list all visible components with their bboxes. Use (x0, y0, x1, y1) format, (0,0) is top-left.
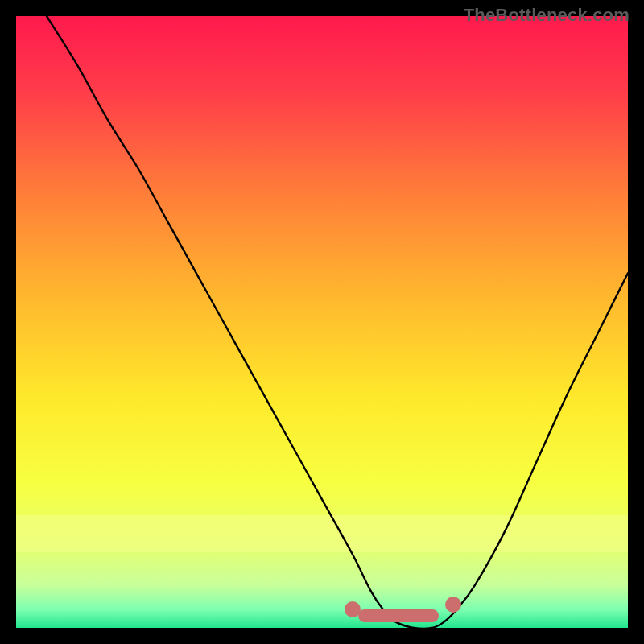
watermark-label: TheBottleneck.com (464, 5, 630, 26)
optimal-range-end-marker (445, 597, 461, 613)
optimal-range-band-marker (358, 609, 439, 622)
bottleneck-curve (16, 16, 628, 628)
chart-container: TheBottleneck.com (0, 0, 644, 644)
plot-area (16, 16, 628, 628)
